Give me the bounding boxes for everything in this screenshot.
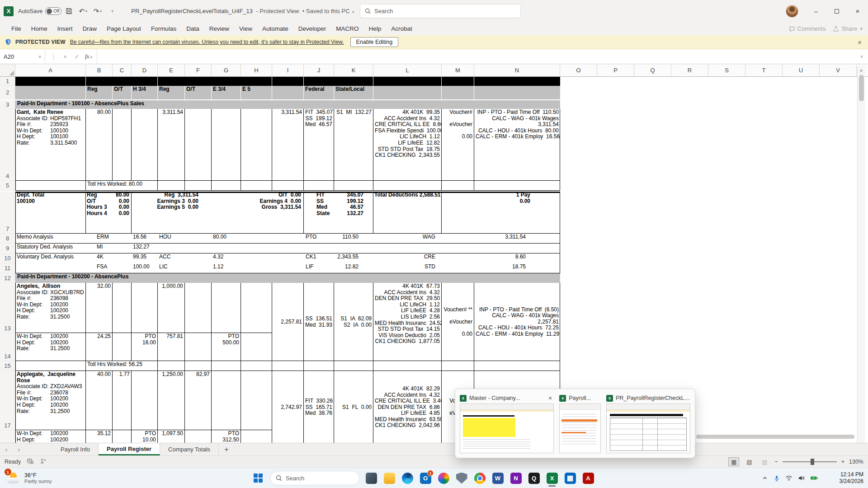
zoom-slider[interactable] xyxy=(783,461,837,462)
menu-tab-macro[interactable]: MACRO xyxy=(331,22,363,35)
cell[interactable]: Paid-In Department - 100100 - AbsencePlu… xyxy=(15,100,560,109)
banner-close-icon[interactable]: × xyxy=(858,38,862,46)
cell[interactable] xyxy=(158,361,185,371)
minimize-button[interactable]: – xyxy=(806,0,826,22)
cell[interactable] xyxy=(132,109,158,181)
cell[interactable] xyxy=(373,86,442,99)
cell[interactable] xyxy=(113,430,132,443)
column-header-s[interactable]: S xyxy=(708,64,745,76)
quick-access-customize-icon[interactable]: ∨ xyxy=(105,5,119,18)
cell[interactable] xyxy=(241,181,272,191)
sheet-nav-next-icon[interactable]: › xyxy=(13,443,25,455)
menu-tab-data[interactable]: Data xyxy=(181,22,204,35)
cell[interactable] xyxy=(241,361,272,371)
cell[interactable] xyxy=(132,283,158,333)
column-header-d[interactable]: D xyxy=(132,64,158,76)
cell[interactable] xyxy=(241,371,272,430)
column-header-r[interactable]: R xyxy=(671,64,708,76)
cell[interactable]: PTO10.00 xyxy=(132,430,158,443)
cell[interactable]: WAG xyxy=(373,234,442,244)
vertical-scrollbar[interactable]: ▲ xyxy=(857,66,865,443)
cell[interactable]: Statutory Deductions xyxy=(304,77,373,86)
cell[interactable]: 4K 401K 67.73ACC Accident Ins 4.32DEN DE… xyxy=(373,283,442,361)
cell[interactable]: 3,311.54 xyxy=(272,109,304,181)
cell[interactable]: Dept. Total100100 xyxy=(15,192,86,234)
cell[interactable] xyxy=(185,333,212,361)
close-button[interactable]: × xyxy=(847,0,868,22)
cell[interactable]: Totl Hrs Worked: 80.00 xyxy=(86,181,158,191)
cell[interactable] xyxy=(474,361,560,371)
battery-icon[interactable] xyxy=(810,475,818,481)
titlebar-search-box[interactable]: Search xyxy=(360,4,521,18)
cell[interactable]: 4K 401K 99.35ACC Accident Ins 4.32CRE CR… xyxy=(373,109,442,181)
row-header-employee-row-applegate-1[interactable] xyxy=(0,430,15,443)
column-header-l[interactable]: L xyxy=(373,64,442,76)
window-preview-pr-payrollregistercheckle[interactable]: xPR_PayrollRegisterCheckLe... xyxy=(606,393,690,453)
cell[interactable]: Personnel xyxy=(15,77,86,86)
row-header-9[interactable]: 9 xyxy=(0,244,15,253)
onenote-icon[interactable]: N xyxy=(507,469,525,487)
microphone-icon[interactable] xyxy=(774,475,780,482)
cell[interactable]: 99.35 xyxy=(132,253,158,263)
column-header-u[interactable]: U xyxy=(783,64,820,76)
cell[interactable]: 2,257.81 xyxy=(272,283,304,361)
row-header-17[interactable]: 17 xyxy=(0,371,15,430)
document-title[interactable]: PR_PayrollRegisterCheckLevelTotals_U4F_1… xyxy=(131,8,354,14)
cell[interactable] xyxy=(334,181,373,191)
cell[interactable]: INP - PTO - Paid Time Off 110.50CALC - W… xyxy=(474,109,560,181)
column-header-v[interactable]: V xyxy=(820,64,857,76)
menu-tab-page-layout[interactable]: Page Layout xyxy=(102,22,146,35)
cell[interactable] xyxy=(241,333,272,361)
menu-tab-home[interactable]: Home xyxy=(26,22,52,35)
sheet-tab-payroll-register[interactable]: Payroll Register xyxy=(99,443,160,455)
column-header-a[interactable]: A xyxy=(15,64,86,76)
cell[interactable]: 100.00 xyxy=(132,263,158,273)
cell[interactable]: Memo Analysis xyxy=(15,234,86,244)
column-header-m[interactable]: M xyxy=(442,64,474,76)
cell[interactable] xyxy=(241,430,272,443)
cell[interactable] xyxy=(212,109,241,181)
cancel-icon[interactable]: × xyxy=(60,53,71,60)
cell[interactable]: 4K 401K 82.29ACC Accident Ins 4.32CRE CR… xyxy=(373,371,442,443)
taskbar-clock[interactable]: 12:14 PM 3/24/2026 xyxy=(840,471,863,485)
cell[interactable]: Federal xyxy=(304,86,334,99)
wifi-icon[interactable] xyxy=(785,475,793,481)
row-header-12[interactable]: 12 xyxy=(0,273,15,283)
cell[interactable] xyxy=(241,283,272,333)
cell[interactable]: Statutory Ded. Analysis xyxy=(15,244,86,253)
cell[interactable]: 2,742.97 xyxy=(272,371,304,443)
column-header-n[interactable]: N xyxy=(474,64,560,76)
row-header-2[interactable]: 2 xyxy=(0,86,15,99)
row-header-7[interactable]: 7 xyxy=(0,192,15,234)
name-box[interactable]: A20∨ xyxy=(0,49,45,64)
cell[interactable]: E 5 xyxy=(241,86,272,99)
cell[interactable]: 3,311.54 xyxy=(442,234,560,244)
cell[interactable]: INP - PTO - Paid Time Off (6.50)CALC - W… xyxy=(474,283,560,361)
file-explorer-icon[interactable] xyxy=(380,469,398,487)
cell[interactable]: 16.56 xyxy=(132,234,158,244)
cell[interactable] xyxy=(15,181,86,191)
cell[interactable] xyxy=(212,283,241,333)
column-header-f[interactable]: F xyxy=(185,64,212,76)
cell[interactable] xyxy=(272,181,304,191)
autosave-toggle[interactable]: AutoSave Off xyxy=(18,7,61,15)
sheet-tab-company-totals[interactable]: Company Totals xyxy=(160,443,219,455)
excel-icon[interactable]: X xyxy=(543,469,561,487)
menu-tab-formulas[interactable]: Formulas xyxy=(146,22,181,35)
add-sheet-button[interactable]: + xyxy=(219,443,234,455)
page-break-view-icon[interactable]: ▥ xyxy=(759,457,770,466)
row-header-8[interactable]: 8 xyxy=(0,234,15,244)
cell[interactable]: MI xyxy=(86,244,132,253)
cell[interactable]: Paid-In Department - 100200 - AbsencePlu… xyxy=(15,273,560,283)
cell[interactable]: SS 136.51Med 31.93 xyxy=(304,283,334,361)
scrollbar-thumb[interactable] xyxy=(859,75,864,101)
cell[interactable]: PTO xyxy=(304,234,334,244)
cell[interactable] xyxy=(272,361,304,371)
column-header-b[interactable]: B xyxy=(86,64,113,76)
cell[interactable]: H 3/4 xyxy=(132,86,158,99)
preview-thumbnail[interactable] xyxy=(460,404,554,453)
cell[interactable]: PTO500.00 xyxy=(212,333,241,361)
cell[interactable]: 2,343.55 xyxy=(334,253,373,263)
accessibility-checker-icon[interactable] xyxy=(27,458,33,466)
column-header-j[interactable]: J xyxy=(304,64,334,76)
